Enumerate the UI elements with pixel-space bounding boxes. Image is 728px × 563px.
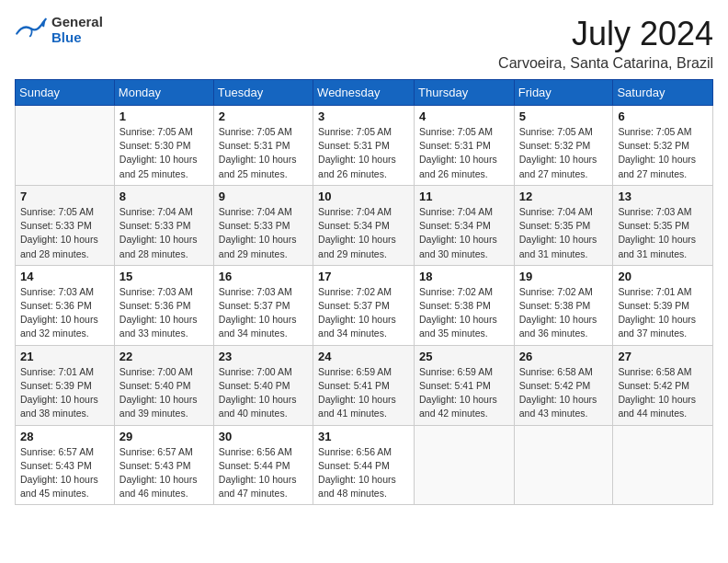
location-subtitle: Carvoeira, Santa Catarina, Brazil <box>498 55 713 72</box>
calendar-week-row: 28Sunrise: 6:57 AMSunset: 5:43 PMDayligh… <box>16 425 713 505</box>
calendar-cell <box>16 106 115 186</box>
calendar-cell <box>415 425 515 505</box>
day-number: 16 <box>219 270 308 283</box>
day-number: 29 <box>119 430 209 443</box>
calendar-cell: 1Sunrise: 7:05 AMSunset: 5:30 PMDaylight… <box>114 106 213 186</box>
calendar-cell: 5Sunrise: 7:05 AMSunset: 5:32 PMDaylight… <box>514 106 613 186</box>
calendar-cell: 6Sunrise: 7:05 AMSunset: 5:32 PMDaylight… <box>613 106 713 186</box>
calendar-cell: 8Sunrise: 7:04 AMSunset: 5:33 PMDaylight… <box>114 185 213 265</box>
day-number: 24 <box>318 350 409 363</box>
day-info: Sunrise: 7:05 AMSunset: 5:32 PMDaylight:… <box>519 125 609 181</box>
day-info: Sunrise: 7:03 AMSunset: 5:37 PMDaylight:… <box>219 285 308 341</box>
calendar-week-row: 1Sunrise: 7:05 AMSunset: 5:30 PMDaylight… <box>16 106 713 186</box>
day-info: Sunrise: 6:59 AMSunset: 5:41 PMDaylight:… <box>419 365 509 421</box>
day-number: 10 <box>318 190 409 203</box>
day-number: 15 <box>119 270 209 283</box>
day-info: Sunrise: 7:04 AMSunset: 5:34 PMDaylight:… <box>318 205 409 261</box>
day-info: Sunrise: 7:00 AMSunset: 5:40 PMDaylight:… <box>219 365 308 421</box>
day-number: 17 <box>318 270 409 283</box>
day-number: 27 <box>618 350 708 363</box>
calendar-cell <box>514 425 613 505</box>
day-info: Sunrise: 7:03 AMSunset: 5:36 PMDaylight:… <box>119 285 209 341</box>
calendar-cell: 16Sunrise: 7:03 AMSunset: 5:37 PMDayligh… <box>213 265 313 345</box>
day-number: 5 <box>519 109 609 123</box>
day-info: Sunrise: 7:03 AMSunset: 5:36 PMDaylight:… <box>20 285 109 341</box>
day-info: Sunrise: 7:05 AMSunset: 5:31 PMDaylight:… <box>318 125 409 181</box>
day-info: Sunrise: 7:05 AMSunset: 5:33 PMDaylight:… <box>20 205 109 261</box>
day-number: 26 <box>519 350 609 363</box>
weekday-header-tuesday: Tuesday <box>213 80 313 106</box>
day-info: Sunrise: 7:01 AMSunset: 5:39 PMDaylight:… <box>20 365 109 421</box>
day-number: 7 <box>20 190 109 203</box>
day-info: Sunrise: 7:04 AMSunset: 5:35 PMDaylight:… <box>519 205 609 261</box>
calendar-cell: 12Sunrise: 7:04 AMSunset: 5:35 PMDayligh… <box>514 185 613 265</box>
calendar-cell: 28Sunrise: 6:57 AMSunset: 5:43 PMDayligh… <box>16 425 115 505</box>
calendar-cell: 26Sunrise: 6:58 AMSunset: 5:42 PMDayligh… <box>514 345 613 425</box>
calendar-table: SundayMondayTuesdayWednesdayThursdayFrid… <box>15 79 713 505</box>
title-block: July 2024 Carvoeira, Santa Catarina, Bra… <box>498 15 713 72</box>
weekday-header-monday: Monday <box>114 80 213 106</box>
calendar-cell: 10Sunrise: 7:04 AMSunset: 5:34 PMDayligh… <box>313 185 415 265</box>
calendar-cell: 21Sunrise: 7:01 AMSunset: 5:39 PMDayligh… <box>16 345 115 425</box>
day-info: Sunrise: 7:02 AMSunset: 5:37 PMDaylight:… <box>318 285 409 341</box>
day-number: 21 <box>20 350 109 363</box>
day-info: Sunrise: 6:58 AMSunset: 5:42 PMDaylight:… <box>618 365 708 421</box>
calendar-cell: 20Sunrise: 7:01 AMSunset: 5:39 PMDayligh… <box>613 265 713 345</box>
calendar-cell: 19Sunrise: 7:02 AMSunset: 5:38 PMDayligh… <box>514 265 613 345</box>
calendar-cell: 18Sunrise: 7:02 AMSunset: 5:38 PMDayligh… <box>415 265 515 345</box>
day-number: 25 <box>419 350 509 363</box>
day-number: 4 <box>419 109 509 123</box>
day-number: 8 <box>119 190 209 203</box>
day-number: 22 <box>119 350 209 363</box>
day-number: 6 <box>618 109 708 123</box>
calendar-cell: 22Sunrise: 7:00 AMSunset: 5:40 PMDayligh… <box>114 345 213 425</box>
day-number: 1 <box>119 109 209 123</box>
month-year-title: July 2024 <box>498 15 713 53</box>
day-info: Sunrise: 7:04 AMSunset: 5:34 PMDaylight:… <box>419 205 509 261</box>
day-info: Sunrise: 7:02 AMSunset: 5:38 PMDaylight:… <box>519 285 609 341</box>
calendar-cell: 23Sunrise: 7:00 AMSunset: 5:40 PMDayligh… <box>213 345 313 425</box>
day-info: Sunrise: 6:59 AMSunset: 5:41 PMDaylight:… <box>318 365 409 421</box>
day-number: 30 <box>219 430 308 443</box>
day-info: Sunrise: 7:05 AMSunset: 5:31 PMDaylight:… <box>219 125 308 181</box>
day-number: 23 <box>219 350 308 363</box>
day-number: 13 <box>618 190 708 203</box>
calendar-cell: 2Sunrise: 7:05 AMSunset: 5:31 PMDaylight… <box>213 106 313 186</box>
calendar-cell: 14Sunrise: 7:03 AMSunset: 5:36 PMDayligh… <box>16 265 115 345</box>
day-info: Sunrise: 7:05 AMSunset: 5:32 PMDaylight:… <box>618 125 708 181</box>
calendar-week-row: 21Sunrise: 7:01 AMSunset: 5:39 PMDayligh… <box>16 345 713 425</box>
weekday-header-wednesday: Wednesday <box>313 80 415 106</box>
day-info: Sunrise: 6:58 AMSunset: 5:42 PMDaylight:… <box>519 365 609 421</box>
weekday-header-friday: Friday <box>514 80 613 106</box>
day-info: Sunrise: 6:57 AMSunset: 5:43 PMDaylight:… <box>20 445 109 501</box>
calendar-cell: 31Sunrise: 6:56 AMSunset: 5:44 PMDayligh… <box>313 425 415 505</box>
logo: General Blue <box>15 15 103 45</box>
day-info: Sunrise: 6:56 AMSunset: 5:44 PMDaylight:… <box>219 445 308 501</box>
calendar-week-row: 7Sunrise: 7:05 AMSunset: 5:33 PMDaylight… <box>16 185 713 265</box>
calendar-cell: 27Sunrise: 6:58 AMSunset: 5:42 PMDayligh… <box>613 345 713 425</box>
weekday-header-thursday: Thursday <box>415 80 515 106</box>
logo-text: General Blue <box>51 15 103 45</box>
day-number: 12 <box>519 190 609 203</box>
calendar-cell: 29Sunrise: 6:57 AMSunset: 5:43 PMDayligh… <box>114 425 213 505</box>
day-number: 14 <box>20 270 109 283</box>
day-info: Sunrise: 7:05 AMSunset: 5:30 PMDaylight:… <box>119 125 209 181</box>
day-info: Sunrise: 6:57 AMSunset: 5:43 PMDaylight:… <box>119 445 209 501</box>
calendar-cell: 4Sunrise: 7:05 AMSunset: 5:31 PMDaylight… <box>415 106 515 186</box>
weekday-header-row: SundayMondayTuesdayWednesdayThursdayFrid… <box>16 80 713 106</box>
logo-icon <box>15 17 48 43</box>
day-number: 9 <box>219 190 308 203</box>
calendar-cell: 17Sunrise: 7:02 AMSunset: 5:37 PMDayligh… <box>313 265 415 345</box>
calendar-cell: 7Sunrise: 7:05 AMSunset: 5:33 PMDaylight… <box>16 185 115 265</box>
day-info: Sunrise: 7:04 AMSunset: 5:33 PMDaylight:… <box>119 205 209 261</box>
calendar-cell: 9Sunrise: 7:04 AMSunset: 5:33 PMDaylight… <box>213 185 313 265</box>
day-info: Sunrise: 7:03 AMSunset: 5:35 PMDaylight:… <box>618 205 708 261</box>
day-number: 18 <box>419 270 509 283</box>
weekday-header-saturday: Saturday <box>613 80 713 106</box>
calendar-cell: 13Sunrise: 7:03 AMSunset: 5:35 PMDayligh… <box>613 185 713 265</box>
day-number: 11 <box>419 190 509 203</box>
day-info: Sunrise: 6:56 AMSunset: 5:44 PMDaylight:… <box>318 445 409 501</box>
calendar-cell: 25Sunrise: 6:59 AMSunset: 5:41 PMDayligh… <box>415 345 515 425</box>
day-number: 2 <box>219 109 308 123</box>
day-number: 3 <box>318 109 409 123</box>
